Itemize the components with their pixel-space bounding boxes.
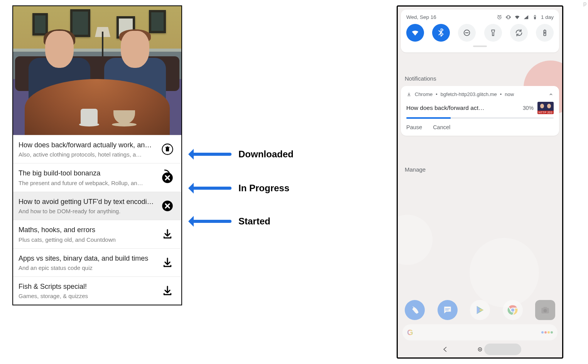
delete-download-button[interactable] [159, 141, 176, 158]
bullet: • [500, 91, 502, 97]
episode-subtitle: Also, active clothing protocols, hotel r… [19, 151, 155, 158]
svg-rect-13 [544, 30, 546, 30]
annotation-label: Downloaded [238, 149, 294, 160]
cancel-download-button[interactable] [159, 197, 176, 214]
progress-bar [406, 117, 554, 119]
qs-battery-saver-tile[interactable] [536, 24, 554, 42]
cancel-circle-icon [162, 172, 173, 184]
bullet: • [436, 91, 438, 97]
cancel-circle-icon [162, 200, 173, 212]
back-nav-icon[interactable] [442, 346, 449, 353]
episode-list: How does back/forward actually work, an…… [13, 135, 181, 305]
episode-item[interactable]: How to avoid getting UTF'd by text encod… [13, 192, 181, 220]
battery-text: 1 day [541, 14, 554, 20]
google-g-icon: G [407, 328, 413, 337]
app-dock [402, 297, 558, 323]
svg-point-21 [479, 349, 480, 350]
svg-rect-1 [166, 148, 169, 152]
hero-image [13, 6, 181, 135]
episode-title: Apps vs sites, binary data, and build ti… [19, 254, 155, 263]
chrome-icon [507, 304, 519, 316]
notifications-header: Notifications [405, 75, 436, 82]
svg-point-18 [544, 309, 547, 312]
episode-title: Fish & Scripts special! [19, 282, 155, 291]
episode-item[interactable]: Apps vs sites, binary data, and build ti… [13, 248, 181, 276]
battery-saver-icon [541, 29, 549, 37]
nav-pill [484, 344, 521, 355]
manage-button[interactable]: Manage [405, 166, 426, 173]
notification-cancel-button[interactable]: Cancel [433, 124, 450, 130]
episode-subtitle: Games, storage, & quizzes [19, 293, 155, 299]
notification-card[interactable]: Chrome • bgfetch-http203.glitch.me • now… [401, 86, 559, 136]
status-date: Wed, Sep 16 [406, 14, 436, 20]
svg-rect-10 [534, 17, 536, 19]
episode-item[interactable]: How does back/forward actually work, an…… [13, 135, 181, 163]
play-icon [475, 305, 485, 315]
chrome-app-icon[interactable] [503, 300, 523, 320]
episode-subtitle: And how to be DOM-ready for anything. [19, 208, 155, 214]
episode-item[interactable]: The big build-tool bonanza The present a… [13, 163, 181, 191]
episode-title: The big build-tool bonanza [19, 169, 155, 178]
annotation-label: In Progress [238, 183, 289, 194]
qs-flashlight-tile[interactable] [484, 24, 502, 42]
cancel-download-button[interactable] [159, 169, 176, 186]
table-icon [25, 79, 170, 135]
home-nav-icon[interactable] [476, 346, 483, 353]
notification-source: bgfetch-http203.glitch.me [441, 91, 497, 97]
episode-app-frame: How does back/forward actually work, an…… [12, 5, 182, 305]
messages-app-icon[interactable] [438, 300, 458, 320]
quick-settings-panel[interactable]: Wed, Sep 16 1 day [401, 10, 559, 52]
episode-item[interactable]: Fish & Scripts special! Games, storage, … [13, 276, 181, 305]
flashlight-icon [489, 29, 497, 37]
android-phone-frame: Wed, Sep 16 1 day [397, 5, 563, 359]
episode-title: Maths, hooks, and errors [19, 226, 155, 234]
annotation-label: Started [238, 216, 270, 227]
notification-when: now [505, 91, 514, 97]
play-store-app-icon[interactable] [470, 300, 490, 320]
download-button[interactable] [159, 226, 176, 243]
notification-app-name: Chrome [415, 91, 433, 97]
annotation-started: Started [189, 216, 270, 227]
drag-handle-icon[interactable] [473, 46, 487, 47]
notification-title: How does back/forward act… [406, 104, 519, 111]
arrow-left-icon [189, 153, 231, 156]
notification-percent: 30% [523, 105, 534, 111]
chevron-up-icon[interactable] [548, 92, 554, 97]
vibrate-icon [505, 14, 511, 20]
google-search-bar[interactable]: G [402, 324, 558, 340]
annotation-downloaded: Downloaded [189, 149, 294, 160]
assistant-icon[interactable] [541, 331, 553, 334]
episode-title: How to avoid getting UTF'd by text encod… [19, 197, 155, 206]
episode-subtitle: The present and future of webpack, Rollu… [19, 180, 155, 186]
thumb-tag: HTTP 203 [537, 111, 554, 114]
svg-rect-19 [544, 307, 547, 308]
camera-app-icon[interactable] [535, 300, 555, 320]
wifi-icon [411, 29, 419, 37]
arrow-left-icon [189, 187, 231, 190]
auto-rotate-icon [515, 29, 523, 37]
notification-pause-button[interactable]: Pause [406, 124, 422, 130]
status-bar: Wed, Sep 16 1 day [406, 13, 554, 24]
qs-wifi-tile[interactable] [406, 24, 424, 42]
stray-char: p [583, 0, 586, 7]
signal-icon [523, 14, 529, 20]
episode-item[interactable]: Maths, hooks, and errors Plus cats, gett… [13, 220, 181, 248]
messages-icon [443, 305, 453, 315]
qs-dnd-tile[interactable] [458, 24, 476, 42]
camera-icon [540, 305, 550, 315]
phone-app-icon[interactable] [405, 300, 425, 320]
annotation-in-progress: In Progress [189, 183, 289, 194]
qs-rotate-tile[interactable] [510, 24, 528, 42]
battery-icon [532, 14, 538, 20]
dnd-icon [463, 29, 471, 37]
episode-subtitle: And an epic status code quiz [19, 265, 155, 271]
svg-rect-7 [507, 15, 509, 19]
trash-icon [162, 143, 173, 155]
episode-subtitle: Plus cats, getting old, and Countdown [19, 236, 155, 243]
arrow-left-icon [189, 220, 231, 223]
download-button[interactable] [159, 282, 176, 299]
download-small-icon [406, 92, 412, 97]
svg-rect-3 [167, 147, 168, 147]
download-button[interactable] [159, 254, 176, 271]
qs-bluetooth-tile[interactable] [432, 24, 450, 42]
